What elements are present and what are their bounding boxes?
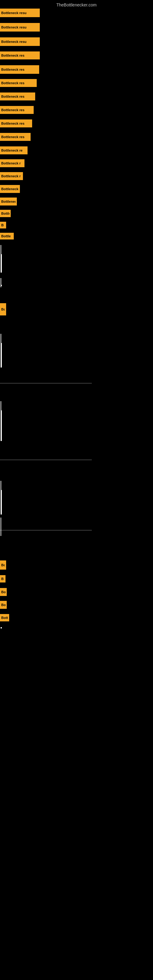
chart-line — [0, 530, 92, 531]
bottleneck-bar: Bo — [0, 601, 7, 609]
bottleneck-bar: Bottleneck res — [0, 51, 40, 59]
bar-label: Bottleneck r — [1, 187, 19, 191]
bottleneck-bar: Bottlen — [0, 210, 11, 217]
bar-label: Bottleneck res — [1, 122, 24, 125]
bar-item — [1, 627, 2, 628]
bar-label: Bottleneck resu — [1, 40, 27, 43]
bottleneck-bar: Bott — [0, 614, 9, 621]
bar-label: Bo — [1, 603, 5, 607]
bottleneck-bar: Bottleneck resu — [0, 37, 40, 46]
bottleneck-bar: Bottle — [0, 233, 14, 240]
bar-label: Bottleneck resu — [1, 25, 27, 29]
bottleneck-bar: Bottleneck resu — [0, 9, 40, 17]
bar-label: Bottleneck — [1, 200, 16, 204]
bar-label: Bottleneck res — [1, 95, 24, 98]
bottleneck-bar: Bottleneck res — [0, 65, 39, 74]
bottleneck-bar: B — [0, 575, 5, 582]
bar-label: Bottleneck res — [1, 81, 24, 85]
vertical-line — [1, 245, 1, 266]
bottleneck-bar: B — [0, 222, 6, 229]
chart-line — [0, 383, 92, 384]
bottleneck-bar: Bottleneck r — [0, 185, 20, 193]
bar-label: Bottleneck r — [1, 174, 21, 178]
vertical-line — [1, 517, 1, 536]
bottleneck-bar: Bo — [0, 560, 6, 570]
bar-label: Bo — [1, 590, 5, 594]
bar-label: Bo — [1, 563, 5, 567]
bottleneck-bar: Bottleneck re — [0, 146, 27, 154]
bar-label: B — [1, 577, 4, 581]
bottleneck-bar: Bottleneck res — [0, 133, 30, 141]
bottleneck-bar: Bottleneck res — [0, 79, 37, 87]
bottleneck-bar: Bo — [0, 303, 6, 315]
chart-line — [0, 460, 92, 460]
vertical-line — [1, 401, 1, 417]
bar-label: Bottleneck re — [1, 148, 22, 152]
bar-label: Bottleneck res — [1, 108, 24, 112]
bottleneck-bar: Bo — [0, 588, 7, 596]
bar-label: Bott — [1, 616, 8, 620]
bottleneck-bar: Bottleneck — [0, 197, 17, 205]
bar-label: Bottleneck resu — [1, 11, 27, 15]
bottleneck-bar: Bottleneck r — [0, 172, 23, 180]
bottleneck-bar: Bottleneck r — [0, 159, 24, 167]
bottleneck-bar: Bottleneck res — [0, 106, 33, 114]
bar-label: Bottlen — [1, 212, 10, 215]
bar-label: Bottle — [1, 234, 11, 238]
bottleneck-bar: Bottleneck res — [0, 119, 32, 127]
bottleneck-bar: Bottleneck resu — [0, 23, 40, 32]
bar-label: Bottleneck res — [1, 68, 24, 72]
bar-label: Bo — [1, 307, 5, 311]
bottleneck-bar: Bottleneck res — [0, 92, 35, 100]
bar-label: Bottleneck res — [1, 135, 24, 139]
bar-label: B — [1, 223, 4, 227]
bar-label: Bottleneck res — [1, 54, 24, 57]
bar-label: Bottleneck r — [1, 161, 21, 165]
vertical-line — [1, 481, 1, 496]
vertical-line — [1, 334, 1, 349]
vertical-line — [1, 278, 1, 287]
